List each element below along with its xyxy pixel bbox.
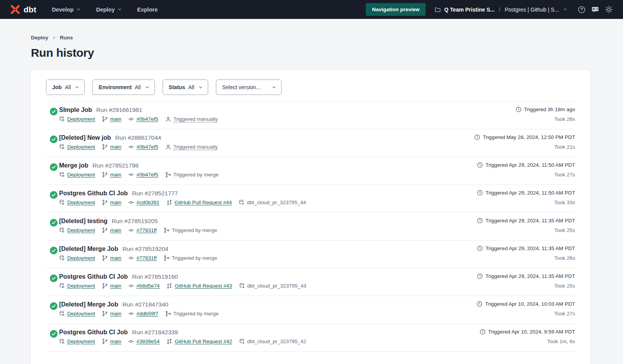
pull-request-link[interactable]: GitHub Pull Request #42 <box>175 339 232 344</box>
run-row[interactable]: [Deleted] Merge Job Run #278519204 Deplo… <box>46 240 575 268</box>
commit-link[interactable]: #3839e54 <box>136 339 160 344</box>
triggered-time: Triggered Apr 10, 2024, 10:03 AM PDT <box>485 301 575 307</box>
run-number: Run #288617044 <box>115 134 161 141</box>
run-timing: Triggered Apr 29, 2024, 11:35 AM PDT Too… <box>477 245 575 261</box>
triggered-line: Triggered May 28, 2024, 12:50 PM PDT <box>474 134 575 140</box>
schema-name: dbt_cloud_pr_323795_43 <box>247 283 306 289</box>
commit-icon <box>128 255 134 261</box>
pull-request-icon <box>166 339 172 344</box>
pull-request-link[interactable]: GitHub Pull Request #44 <box>175 200 232 205</box>
database-icon <box>59 200 65 205</box>
environment-link[interactable]: Deployment <box>67 227 95 233</box>
branch-link[interactable]: main <box>110 339 121 344</box>
database-icon <box>59 144 65 150</box>
chevron-down-icon <box>563 7 567 12</box>
branch-link[interactable]: main <box>110 116 121 122</box>
commit-icon <box>128 116 134 122</box>
filter-status-value: All <box>188 84 194 90</box>
run-row[interactable]: SImple Job Run #291661981 Deploymentmain… <box>46 102 575 129</box>
run-row[interactable]: [Deleted] Merge Job Run #271847340 Deplo… <box>46 296 575 324</box>
environment-link[interactable]: Deployment <box>67 339 95 344</box>
navigation-preview-button[interactable]: Navigation preview <box>366 3 426 16</box>
environment-link-item: Deployment <box>59 116 95 122</box>
job-name: Postgres Github CI Job <box>59 190 128 197</box>
branch-link[interactable]: main <box>110 255 121 261</box>
feedback-icon[interactable] <box>591 6 599 14</box>
run-row[interactable]: Postgres Github CI Job Run #278519160 De… <box>46 268 575 296</box>
environment-link[interactable]: Deployment <box>67 172 95 178</box>
commit-link[interactable]: #cd0b391 <box>136 200 159 205</box>
breadcrumb-deploy[interactable]: Deploy <box>31 35 48 41</box>
schema-icon <box>239 200 244 205</box>
account-project-selector[interactable]: Q Team Pristine S... / Postgres | Github… <box>435 7 567 13</box>
commit-link[interactable]: #0b47ef5 <box>136 116 158 122</box>
triggered-time: Triggered Apr 29, 2024, 11:50 AM PDT <box>485 162 575 168</box>
dbt-logo-icon <box>10 4 20 15</box>
environment-link[interactable]: Deployment <box>67 200 95 205</box>
filter-status-label: Status <box>169 84 185 90</box>
branch-link[interactable]: main <box>110 227 121 233</box>
job-name: [Deleted] New job <box>59 134 111 141</box>
schema-name: dbt_cloud_pr_323795_44 <box>247 200 306 205</box>
help-icon[interactable] <box>578 6 586 14</box>
run-duration: Took 21s <box>474 144 575 150</box>
environment-link[interactable]: Deployment <box>67 116 95 122</box>
triggered-line: Triggered Apr 10, 2024, 10:03 AM PDT <box>477 301 575 307</box>
triggered-time: Triggered Apr 10, 2024, 9:59 AM PDT <box>488 329 575 335</box>
job-name: [Deleted] Merge Job <box>59 301 118 308</box>
commit-link[interactable]: #0b47ef5 <box>136 144 158 150</box>
branch-link[interactable]: main <box>110 200 121 205</box>
run-row[interactable]: Postgres Github CI Job Run #278521777 De… <box>46 185 575 213</box>
merge-icon <box>164 255 170 261</box>
dbt-logo[interactable]: dbt <box>10 4 36 15</box>
filter-version-select[interactable]: Select version... <box>216 80 282 95</box>
commit-link[interactable]: #77831ff <box>136 227 156 233</box>
commit-link[interactable]: #b8d5e74 <box>136 283 160 289</box>
branch-link-item: main <box>102 283 121 289</box>
breadcrumb-runs[interactable]: Runs <box>60 35 73 41</box>
commit-link-item: #3839e54 <box>128 339 160 344</box>
branch-link[interactable]: main <box>110 283 121 289</box>
run-meta: Deploymentmain#0b47ef5Triggered manually <box>59 116 575 122</box>
run-status-success-icon <box>50 302 58 310</box>
run-row[interactable]: Postgres Github CI Job Run #271842339 De… <box>46 324 575 352</box>
job-name: Postgres Github CI Job <box>59 273 128 280</box>
branch-link-item: main <box>102 200 121 205</box>
branch-link[interactable]: main <box>110 172 121 178</box>
run-row[interactable]: [Deleted] New job Run #288617044 Deploym… <box>46 129 575 157</box>
environment-link[interactable]: Deployment <box>67 283 95 289</box>
run-row[interactable]: Merge job Run #278521798 Deploymentmain#… <box>46 157 575 185</box>
triggered-time: Triggered May 28, 2024, 12:50 PM PDT <box>483 134 575 140</box>
user-icon <box>165 116 171 122</box>
clock-icon <box>480 329 485 335</box>
settings-gear-icon[interactable] <box>605 5 613 14</box>
database-icon <box>59 255 65 261</box>
filter-job[interactable]: Job All <box>46 80 85 95</box>
chevron-down-icon <box>199 85 203 90</box>
environment-link[interactable]: Deployment <box>67 144 95 150</box>
menu-develop[interactable]: Develop <box>52 7 80 13</box>
filter-status[interactable]: Status All <box>163 80 208 95</box>
menu-deploy[interactable]: Deploy <box>96 7 122 13</box>
environment-link[interactable]: Deployment <box>67 311 95 317</box>
commit-link[interactable]: #77831ff <box>136 255 156 261</box>
commit-link[interactable]: #ddb59f7 <box>136 311 158 317</box>
pull-request-link[interactable]: GitHub Pull Request #43 <box>175 283 232 289</box>
database-icon <box>59 283 65 289</box>
menu-explore[interactable]: Explore <box>137 7 158 13</box>
triggered-time: Triggered Apr 29, 2024, 11:35 AM PDT <box>485 273 575 279</box>
filter-environment[interactable]: Environment All <box>92 80 154 95</box>
commit-link-item: #77831ff <box>128 227 156 233</box>
chevron-down-icon <box>272 85 276 90</box>
commit-link[interactable]: #0b47ef5 <box>136 172 158 178</box>
branch-link[interactable]: main <box>110 311 121 317</box>
run-timing: Triggered Apr 10, 2024, 10:03 AM PDT Too… <box>477 301 575 317</box>
job-name: Postgres Github CI Job <box>59 329 128 336</box>
trigger-label-item: Triggered by merge <box>165 311 219 317</box>
branch-link[interactable]: main <box>110 144 121 150</box>
branch-icon <box>102 116 108 122</box>
commit-link-item: #cd0b391 <box>128 200 159 205</box>
run-row[interactable]: [Deleted] testing Run #278519205 Deploym… <box>46 213 575 240</box>
pull-request-icon <box>166 200 172 205</box>
environment-link[interactable]: Deployment <box>67 255 95 261</box>
